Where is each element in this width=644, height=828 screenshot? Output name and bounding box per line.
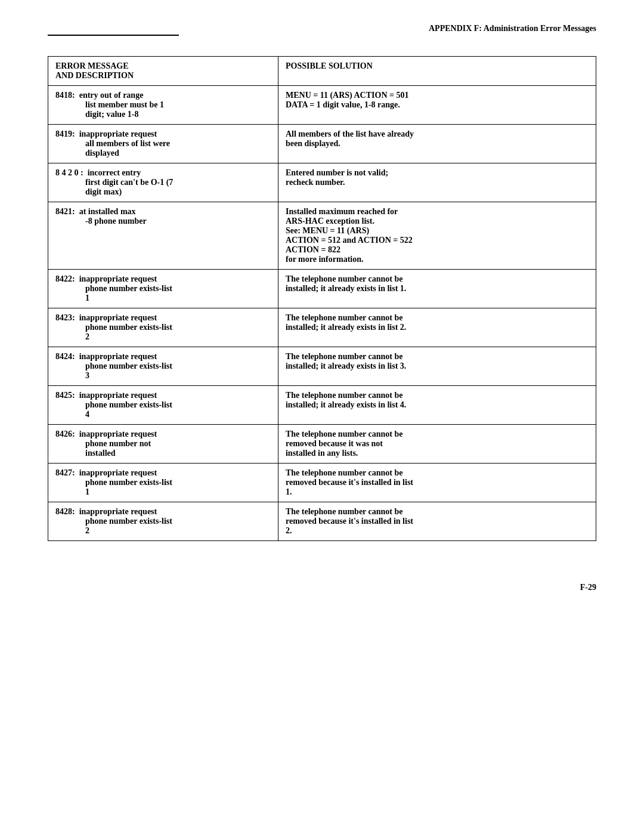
- col-solution-header: POSSIBLE SOLUTION: [278, 57, 596, 86]
- error-description-continuation: list member must be 1: [85, 100, 164, 109]
- error-description: inappropriate request: [79, 391, 157, 400]
- solution-cell: Entered number is not valid;recheck numb…: [278, 163, 596, 202]
- error-code: 8418:: [55, 91, 79, 100]
- appendix-title: APPENDIX F: Administration Error Message…: [429, 24, 596, 33]
- solution-text: The telephone number cannot beinstalled;…: [286, 274, 406, 293]
- error-cell: 8 4 2 0 : incorrect entryfirst digit can…: [48, 163, 278, 202]
- error-description: incorrect entry: [88, 168, 141, 177]
- error-messages-table: ERROR MESSAGE AND DESCRIPTION POSSIBLE S…: [48, 56, 596, 541]
- table-row: 8424: inappropriate requestphone number …: [48, 347, 596, 386]
- solution-text: The telephone number cannot beinstalled;…: [286, 313, 406, 332]
- error-description-continuation: displayed: [85, 149, 119, 157]
- error-description: inappropriate request: [79, 313, 157, 322]
- table-row: 8 4 2 0 : incorrect entryfirst digit can…: [48, 163, 596, 202]
- solution-text: The telephone number cannot beinstalled;…: [286, 391, 406, 409]
- solution-text: Installed maximum reached forARS-HAC exc…: [286, 207, 413, 264]
- col-error-header: ERROR MESSAGE AND DESCRIPTION: [48, 57, 278, 86]
- error-description-continuation: 1: [85, 293, 89, 302]
- table-row: 8419: inappropriate requestall members o…: [48, 125, 596, 163]
- solution-cell: The telephone number cannot beremoved be…: [278, 502, 596, 541]
- page-header: APPENDIX F: Administration Error Message…: [48, 24, 596, 38]
- error-description-continuation: 3: [85, 371, 89, 380]
- error-description: at installed max: [79, 207, 136, 216]
- error-description-continuation: phone number exists-list: [85, 400, 172, 409]
- error-cell: 8426: inappropriate requestphone number …: [48, 425, 278, 464]
- error-cell: 8428: inappropriate requestphone number …: [48, 502, 278, 541]
- error-description-continuation: 4: [85, 410, 89, 419]
- error-description-continuation: 2: [85, 332, 89, 341]
- error-description-continuation: phone number exists-list: [85, 362, 172, 370]
- header-decorative-line: [48, 35, 179, 36]
- solution-text: MENU = 11 (ARS) ACTION = 501DATA = 1 dig…: [286, 91, 409, 109]
- solution-text: All members of the list have alreadybeen…: [286, 129, 414, 148]
- error-description-continuation: phone number not: [85, 439, 151, 448]
- error-description-continuation: all members of list were: [85, 139, 170, 148]
- solution-text: The telephone number cannot beremoved be…: [286, 507, 413, 535]
- solution-cell: All members of the list have alreadybeen…: [278, 125, 596, 163]
- table-row: 8428: inappropriate requestphone number …: [48, 502, 596, 541]
- error-cell: 8427: inappropriate requestphone number …: [48, 464, 278, 502]
- error-description-continuation: digit; value 1-8: [85, 110, 138, 119]
- error-code: 8 4 2 0 :: [55, 168, 88, 177]
- solution-cell: The telephone number cannot beinstalled;…: [278, 270, 596, 308]
- error-description: inappropriate request: [79, 274, 157, 283]
- error-code: 8426:: [55, 430, 79, 438]
- solution-cell: The telephone number cannot beinstalled;…: [278, 347, 596, 386]
- error-cell: 8419: inappropriate requestall members o…: [48, 125, 278, 163]
- error-code: 8425:: [55, 391, 79, 400]
- error-description: inappropriate request: [79, 507, 157, 516]
- error-description: inappropriate request: [79, 352, 157, 361]
- solution-cell: MENU = 11 (ARS) ACTION = 501DATA = 1 dig…: [278, 86, 596, 125]
- solution-text: The telephone number cannot beinstalled;…: [286, 352, 406, 370]
- error-cell: 8424: inappropriate requestphone number …: [48, 347, 278, 386]
- error-cell: 8422: inappropriate requestphone number …: [48, 270, 278, 308]
- page-number: F-29: [580, 583, 596, 592]
- table-row: 8422: inappropriate requestphone number …: [48, 270, 596, 308]
- solution-cell: Installed maximum reached forARS-HAC exc…: [278, 202, 596, 270]
- error-description-continuation: phone number exists-list: [85, 478, 172, 487]
- error-cell: 8423: inappropriate requestphone number …: [48, 308, 278, 347]
- page-footer: F-29: [48, 577, 596, 592]
- table-row: 8426: inappropriate requestphone number …: [48, 425, 596, 464]
- error-description-continuation: first digit can't be O-1 (7: [85, 178, 173, 187]
- error-code: 8427:: [55, 468, 79, 477]
- error-code: 8423:: [55, 313, 79, 322]
- error-code: 8424:: [55, 352, 79, 361]
- table-header-row: ERROR MESSAGE AND DESCRIPTION POSSIBLE S…: [48, 57, 596, 86]
- table-row: 8425: inappropriate requestphone number …: [48, 386, 596, 425]
- table-row: 8423: inappropriate requestphone number …: [48, 308, 596, 347]
- error-description-continuation: 2: [85, 526, 89, 535]
- table-row: 8427: inappropriate requestphone number …: [48, 464, 596, 502]
- error-description-continuation: 1: [85, 487, 89, 496]
- error-cell: 8418: entry out of rangelist member must…: [48, 86, 278, 125]
- solution-text: The telephone number cannot beremoved be…: [286, 468, 413, 496]
- error-description-continuation: -8 phone number: [85, 217, 147, 225]
- error-cell: 8425: inappropriate requestphone number …: [48, 386, 278, 425]
- error-code: 8419:: [55, 129, 79, 138]
- error-description: inappropriate request: [79, 430, 157, 438]
- error-description: entry out of range: [79, 91, 144, 100]
- table-row: 8421: at installed max-8 phone numberIns…: [48, 202, 596, 270]
- error-description-continuation: phone number exists-list: [85, 284, 172, 293]
- error-description-continuation: digit max): [85, 187, 122, 196]
- error-code: 8428:: [55, 507, 79, 516]
- error-description-continuation: phone number exists-list: [85, 517, 172, 526]
- error-cell: 8421: at installed max-8 phone number: [48, 202, 278, 270]
- solution-cell: The telephone number cannot beremoved be…: [278, 425, 596, 464]
- error-code: 8422:: [55, 274, 79, 283]
- solution-text: The telephone number cannot beremoved be…: [286, 430, 403, 458]
- solution-cell: The telephone number cannot beinstalled;…: [278, 386, 596, 425]
- error-description: inappropriate request: [79, 468, 157, 477]
- solution-cell: The telephone number cannot beinstalled;…: [278, 308, 596, 347]
- error-description-continuation: installed: [85, 449, 116, 458]
- solution-cell: The telephone number cannot beremoved be…: [278, 464, 596, 502]
- solution-text: Entered number is not valid;recheck numb…: [286, 168, 388, 187]
- error-description-continuation: phone number exists-list: [85, 323, 172, 332]
- error-description: inappropriate request: [79, 129, 157, 138]
- table-row: 8418: entry out of rangelist member must…: [48, 86, 596, 125]
- error-code: 8421:: [55, 207, 79, 216]
